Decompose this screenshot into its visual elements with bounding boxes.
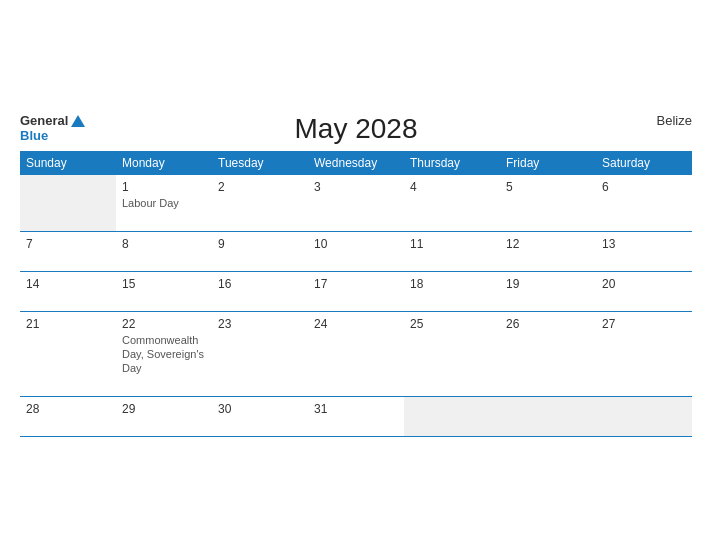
header-day-tuesday: Tuesday — [212, 151, 308, 175]
holiday-label: Commonwealth Day, Sovereign's Day — [122, 333, 206, 376]
day-number: 7 — [26, 237, 110, 251]
header-row: SundayMondayTuesdayWednesdayThursdayFrid… — [20, 151, 692, 175]
calendar-cell: 15 — [116, 271, 212, 311]
calendar-cell: 19 — [500, 271, 596, 311]
calendar-cell: 10 — [308, 231, 404, 271]
logo-line: General — [20, 113, 85, 128]
day-number: 10 — [314, 237, 398, 251]
day-number: 2 — [218, 180, 302, 194]
calendar-cell — [20, 175, 116, 231]
header-day-wednesday: Wednesday — [308, 151, 404, 175]
day-number: 21 — [26, 317, 110, 331]
calendar-cell: 3 — [308, 175, 404, 231]
calendar-cell: 1Labour Day — [116, 175, 212, 231]
calendar-tbody: 1Labour Day23456789101112131415161718192… — [20, 175, 692, 436]
week-row-2: 14151617181920 — [20, 271, 692, 311]
logo-area: General Blue — [20, 113, 85, 143]
logo-triangle-icon — [71, 115, 85, 127]
header-day-friday: Friday — [500, 151, 596, 175]
day-number: 13 — [602, 237, 686, 251]
calendar-cell: 8 — [116, 231, 212, 271]
calendar-table: SundayMondayTuesdayWednesdayThursdayFrid… — [20, 151, 692, 436]
calendar-cell: 2 — [212, 175, 308, 231]
calendar-cell: 11 — [404, 231, 500, 271]
day-number: 3 — [314, 180, 398, 194]
day-number: 16 — [218, 277, 302, 291]
calendar-title: May 2028 — [20, 113, 692, 145]
day-number: 25 — [410, 317, 494, 331]
day-number: 29 — [122, 402, 206, 416]
header-day-monday: Monday — [116, 151, 212, 175]
week-row-1: 78910111213 — [20, 231, 692, 271]
header-day-saturday: Saturday — [596, 151, 692, 175]
calendar-cell: 17 — [308, 271, 404, 311]
calendar-cell: 5 — [500, 175, 596, 231]
calendar-container: General Blue May 2028 Belize SundayMonda… — [10, 103, 702, 446]
calendar-cell: 30 — [212, 396, 308, 436]
day-number: 26 — [506, 317, 590, 331]
header-day-sunday: Sunday — [20, 151, 116, 175]
day-number: 15 — [122, 277, 206, 291]
day-number: 23 — [218, 317, 302, 331]
day-number: 28 — [26, 402, 110, 416]
day-number: 17 — [314, 277, 398, 291]
calendar-cell: 25 — [404, 311, 500, 396]
day-number: 20 — [602, 277, 686, 291]
day-number: 30 — [218, 402, 302, 416]
day-number: 4 — [410, 180, 494, 194]
day-number: 11 — [410, 237, 494, 251]
logo-blue: Blue — [20, 128, 48, 143]
country-label: Belize — [657, 113, 692, 128]
day-number: 18 — [410, 277, 494, 291]
calendar-cell — [404, 396, 500, 436]
calendar-cell: 22Commonwealth Day, Sovereign's Day — [116, 311, 212, 396]
day-number: 12 — [506, 237, 590, 251]
day-number: 27 — [602, 317, 686, 331]
calendar-cell: 7 — [20, 231, 116, 271]
header-day-thursday: Thursday — [404, 151, 500, 175]
calendar-cell: 28 — [20, 396, 116, 436]
calendar-cell: 31 — [308, 396, 404, 436]
calendar-thead: SundayMondayTuesdayWednesdayThursdayFrid… — [20, 151, 692, 175]
calendar-cell: 14 — [20, 271, 116, 311]
day-number: 14 — [26, 277, 110, 291]
week-row-0: 1Labour Day23456 — [20, 175, 692, 231]
day-number: 19 — [506, 277, 590, 291]
calendar-cell: 9 — [212, 231, 308, 271]
calendar-cell: 4 — [404, 175, 500, 231]
week-row-3: 2122Commonwealth Day, Sovereign's Day232… — [20, 311, 692, 396]
calendar-cell: 13 — [596, 231, 692, 271]
day-number: 9 — [218, 237, 302, 251]
calendar-header: General Blue May 2028 Belize — [20, 113, 692, 145]
calendar-cell: 27 — [596, 311, 692, 396]
calendar-cell: 6 — [596, 175, 692, 231]
calendar-cell — [500, 396, 596, 436]
calendar-cell: 23 — [212, 311, 308, 396]
day-number: 31 — [314, 402, 398, 416]
day-number: 24 — [314, 317, 398, 331]
day-number: 6 — [602, 180, 686, 194]
calendar-cell: 26 — [500, 311, 596, 396]
day-number: 8 — [122, 237, 206, 251]
calendar-cell: 20 — [596, 271, 692, 311]
calendar-cell: 29 — [116, 396, 212, 436]
calendar-cell: 16 — [212, 271, 308, 311]
day-number: 5 — [506, 180, 590, 194]
day-number: 22 — [122, 317, 206, 331]
calendar-cell: 12 — [500, 231, 596, 271]
holiday-label: Labour Day — [122, 196, 206, 210]
week-row-4: 28293031 — [20, 396, 692, 436]
calendar-cell: 21 — [20, 311, 116, 396]
calendar-cell — [596, 396, 692, 436]
calendar-cell: 18 — [404, 271, 500, 311]
day-number: 1 — [122, 180, 206, 194]
calendar-cell: 24 — [308, 311, 404, 396]
logo-general: General — [20, 113, 68, 128]
